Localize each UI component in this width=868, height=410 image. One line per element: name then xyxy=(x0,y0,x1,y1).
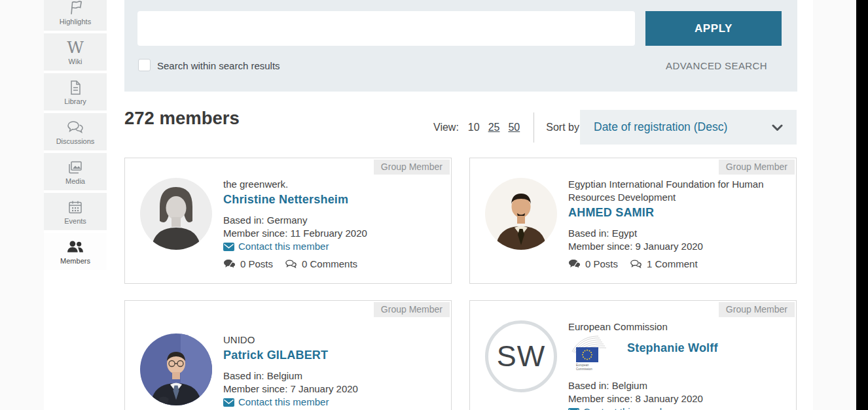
member-name-link[interactable]: AHMED SAMIR xyxy=(568,205,654,220)
view-option-25[interactable]: 25 xyxy=(488,122,500,133)
member-name-link[interactable]: Stephanie Wolff xyxy=(627,340,718,356)
envelope-icon xyxy=(568,408,579,410)
member-organization: Egyptian International Foundation for Hu… xyxy=(568,178,789,204)
contact-member-link[interactable]: Contact this member xyxy=(223,396,444,409)
view-option-50[interactable]: 50 xyxy=(508,122,520,133)
sidebar-item-members[interactable]: Members xyxy=(44,233,107,270)
sidebar-item-library[interactable]: Library xyxy=(44,73,107,111)
member-stats: 0 Posts 0 Comments xyxy=(223,258,444,269)
document-icon xyxy=(67,79,83,96)
member-card: Group Member SW European Commission xyxy=(469,300,797,410)
search-within-checkbox[interactable] xyxy=(138,59,151,71)
sidebar-item-label: Events xyxy=(64,217,86,225)
sidebar-item-media[interactable]: Media xyxy=(44,153,107,190)
based-in: Based in: Belgium xyxy=(568,379,789,392)
member-since: Member since: 9 January 2020 xyxy=(568,240,789,253)
sidebar-item-discussions[interactable]: Discussions xyxy=(44,113,107,150)
sidebar-item-label: Wiki xyxy=(69,58,82,65)
view-option-10: 10 xyxy=(468,122,480,133)
based-in: Based in: Belgium xyxy=(223,369,444,383)
svg-text:Commission: Commission xyxy=(576,367,592,371)
group-member-badge: Group Member xyxy=(374,302,450,317)
european-commission-logo: European Commission xyxy=(568,335,609,371)
flag-icon xyxy=(67,0,84,16)
member-avatar[interactable] xyxy=(140,178,212,250)
member-stats: 0 Posts 1 Comment xyxy=(568,258,789,269)
comments-icon xyxy=(284,259,298,269)
member-card: Group Member Egyptian International Foun… xyxy=(469,158,797,284)
advanced-search-link[interactable]: ADVANCED SEARCH xyxy=(666,60,767,71)
member-organization: European Commission xyxy=(568,320,789,333)
svg-text:W: W xyxy=(67,39,84,56)
svg-text:European: European xyxy=(576,364,589,367)
member-since: Member since: 11 February 2020 xyxy=(223,227,444,240)
wiki-w-icon: W xyxy=(64,39,86,56)
sidebar-item-label: Media xyxy=(65,177,85,185)
sidebar-rail xyxy=(0,0,44,410)
contact-member-link[interactable]: Contact this member xyxy=(568,405,789,410)
member-avatar[interactable] xyxy=(140,333,212,405)
media-image-icon xyxy=(66,159,84,176)
envelope-icon xyxy=(223,243,234,251)
sidebar-item-highlights[interactable]: Highlights xyxy=(44,0,107,31)
view-controls: View: 10 25 50 Sort by xyxy=(433,110,588,145)
contact-member-link[interactable]: Contact this member xyxy=(223,240,444,253)
posts-icon xyxy=(568,259,581,269)
member-avatar-initials[interactable]: SW xyxy=(485,320,557,392)
sort-by-label: Sort by xyxy=(546,122,579,133)
posts-stat: 0 Posts xyxy=(223,258,273,269)
group-member-badge: Group Member xyxy=(719,302,795,317)
based-in: Based in: Egypt xyxy=(568,227,789,240)
envelope-icon xyxy=(223,398,234,407)
members-count-heading: 272 members xyxy=(124,108,240,129)
calendar-icon xyxy=(67,199,84,216)
member-since: Member since: 7 January 2020 xyxy=(223,383,444,396)
sidebar-item-label: Library xyxy=(64,97,86,105)
comments-stat: 1 Comment xyxy=(629,258,698,269)
group-member-badge: Group Member xyxy=(374,160,450,175)
search-panel: APPLY Search within search results ADVAN… xyxy=(124,0,797,92)
member-card: Group Member UNI xyxy=(124,300,452,410)
member-card: Group Member the greenwerk. Christine Ne… xyxy=(124,158,452,284)
sidebar-item-label: Members xyxy=(60,257,90,265)
right-gutter xyxy=(813,0,856,410)
member-name-link[interactable]: Christine Nettersheim xyxy=(223,192,348,207)
member-organization: UNIDO xyxy=(223,333,444,347)
posts-stat: 0 Posts xyxy=(568,258,618,269)
search-within-label: Search within search results xyxy=(157,60,280,71)
chevron-down-icon xyxy=(772,124,783,131)
chat-bubbles-icon xyxy=(65,119,85,136)
view-label: View: xyxy=(433,122,459,133)
member-organization: the greenwerk. xyxy=(223,178,444,191)
divider xyxy=(533,112,534,143)
sort-dropdown[interactable]: Date of registration (Desc) xyxy=(580,110,797,145)
page: Highlights W Wiki Library xyxy=(0,0,868,410)
sidebar-item-events[interactable]: Events xyxy=(44,193,107,230)
member-since: Member since: 8 January 2020 xyxy=(568,392,789,405)
comments-stat: 0 Comments xyxy=(284,258,357,269)
sidebar-item-label: Highlights xyxy=(60,18,91,26)
posts-icon xyxy=(223,259,236,269)
sidebar-item-wiki[interactable]: W Wiki xyxy=(44,33,107,71)
search-input[interactable] xyxy=(137,11,635,46)
screen-edge xyxy=(856,0,868,410)
comments-icon xyxy=(629,259,643,269)
member-avatar[interactable] xyxy=(485,178,557,250)
member-name-link[interactable]: Patrick GILABERT xyxy=(223,347,328,363)
sidebar: Highlights W Wiki Library xyxy=(44,0,107,273)
group-member-badge: Group Member xyxy=(719,160,795,175)
apply-button[interactable]: APPLY xyxy=(645,11,782,46)
sidebar-item-label: Discussions xyxy=(56,137,95,145)
members-people-icon xyxy=(65,238,86,256)
sort-value: Date of registration (Desc) xyxy=(594,120,727,134)
based-in: Based in: Germany xyxy=(223,214,444,227)
